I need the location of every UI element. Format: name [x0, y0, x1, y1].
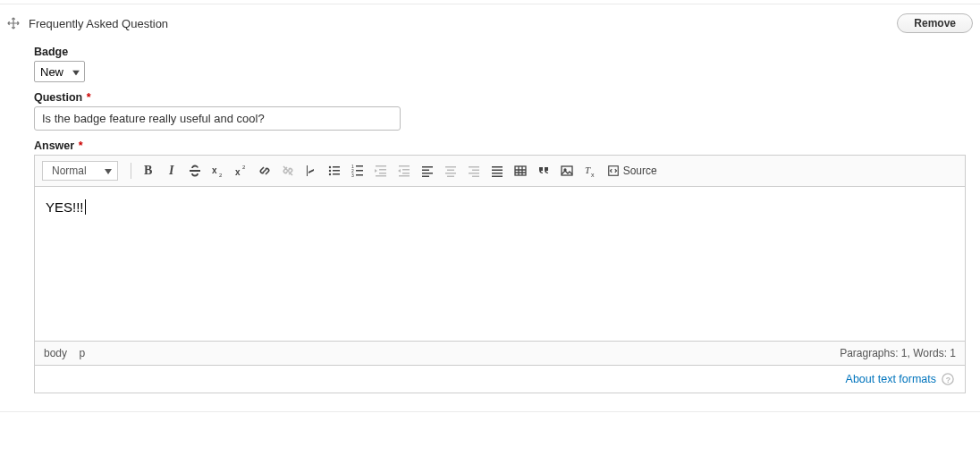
unlink-button[interactable]	[278, 161, 298, 181]
editor-word-count: Paragraphs: 1, Words: 1	[840, 347, 956, 359]
svg-rect-36	[447, 176, 454, 178]
numbered-list-button[interactable]: 123	[348, 161, 368, 181]
rich-text-editor: Normal B I x2 x2	[34, 155, 966, 366]
bold-button[interactable]: B	[139, 161, 158, 181]
svg-text:T: T	[585, 165, 591, 175]
svg-rect-11	[333, 170, 340, 172]
svg-text:x: x	[212, 165, 217, 175]
svg-rect-16	[356, 165, 363, 167]
remove-format-button[interactable]: Tx	[580, 161, 600, 181]
path-body[interactable]: body	[44, 347, 67, 359]
svg-rect-43	[492, 173, 503, 174]
svg-rect-38	[472, 170, 479, 172]
svg-point-9	[328, 173, 330, 175]
editor-content-text: YES!!!	[46, 199, 84, 215]
editor-toolbar: Normal B I x2 x2	[35, 156, 965, 187]
path-p[interactable]: p	[79, 347, 85, 359]
question-field: Question *	[34, 91, 967, 131]
svg-rect-31	[422, 173, 433, 174]
svg-rect-34	[447, 170, 454, 172]
required-marker: *	[79, 139, 83, 152]
svg-rect-22	[376, 175, 386, 177]
blockquote-button[interactable]	[534, 161, 553, 181]
table-button[interactable]	[511, 161, 530, 181]
svg-rect-20	[379, 169, 386, 171]
svg-rect-18	[356, 174, 363, 176]
align-justify-button[interactable]	[487, 161, 507, 181]
toolbar-separator	[131, 163, 131, 179]
editor-element-path[interactable]: body p	[44, 347, 94, 359]
badge-label: Badge	[34, 46, 967, 58]
svg-text:3: 3	[351, 173, 354, 178]
svg-rect-29	[422, 166, 433, 168]
editor-status-bar: body p Paragraphs: 1, Words: 1	[35, 341, 965, 365]
source-button-label: Source	[623, 165, 657, 177]
link-button[interactable]	[255, 161, 275, 181]
svg-text:2: 2	[242, 165, 246, 170]
svg-text:x: x	[591, 172, 595, 178]
answer-field: Answer * Normal B I	[34, 139, 967, 393]
question-input[interactable]	[34, 106, 401, 131]
svg-rect-24	[399, 165, 410, 167]
align-right-button[interactable]	[464, 161, 484, 181]
editor-content-area[interactable]: YES!!!	[35, 187, 965, 341]
format-combo-label: Normal	[52, 165, 87, 177]
help-icon[interactable]: ?	[942, 373, 954, 385]
image-button[interactable]	[557, 161, 577, 181]
about-text-formats-link[interactable]: About text formats	[846, 373, 936, 385]
svg-rect-6	[307, 165, 308, 176]
question-label-text: Question	[34, 91, 82, 104]
svg-rect-45	[515, 166, 526, 175]
svg-rect-33	[445, 166, 456, 168]
svg-text:?: ?	[946, 376, 950, 384]
text-cursor	[85, 199, 86, 215]
section-header: Frequently Asked Question Remove	[7, 4, 973, 38]
format-combo[interactable]: Normal	[42, 161, 118, 181]
svg-rect-46	[562, 166, 572, 175]
svg-rect-19	[376, 165, 386, 167]
svg-marker-23	[375, 169, 377, 173]
required-marker: *	[87, 91, 91, 104]
svg-point-7	[328, 166, 330, 168]
italic-button[interactable]: I	[162, 161, 182, 181]
chevron-down-icon	[105, 165, 112, 177]
svg-marker-28	[398, 169, 401, 173]
strikethrough-button[interactable]	[185, 161, 205, 181]
svg-point-8	[328, 170, 330, 172]
svg-rect-41	[492, 166, 503, 168]
svg-rect-32	[422, 176, 429, 178]
svg-rect-44	[492, 176, 503, 178]
svg-rect-40	[472, 176, 479, 178]
svg-rect-42	[492, 170, 503, 172]
badge-field: Badge New	[34, 46, 967, 82]
svg-rect-27	[399, 175, 410, 177]
text-format-bar: About text formats ?	[34, 366, 966, 393]
outdent-button[interactable]	[371, 161, 391, 181]
answer-label-text: Answer	[34, 139, 74, 152]
svg-rect-10	[333, 166, 340, 168]
superscript-button[interactable]: x2	[232, 161, 251, 181]
svg-rect-37	[469, 166, 479, 168]
align-left-button[interactable]	[418, 161, 437, 181]
bulleted-list-button[interactable]	[325, 161, 344, 181]
svg-rect-21	[379, 173, 386, 174]
svg-text:x: x	[235, 167, 241, 177]
svg-rect-30	[422, 170, 429, 172]
svg-rect-17	[356, 170, 363, 172]
indent-button[interactable]	[394, 161, 414, 181]
anchor-button[interactable]	[301, 161, 321, 181]
svg-rect-35	[445, 173, 456, 174]
question-label: Question *	[34, 91, 967, 104]
remove-button[interactable]: Remove	[897, 13, 973, 33]
subscript-button[interactable]: x2	[208, 161, 228, 181]
align-center-button[interactable]	[441, 161, 460, 181]
section-title: Frequently Asked Question	[29, 17, 168, 30]
svg-rect-39	[469, 173, 479, 174]
svg-text:2: 2	[219, 173, 223, 178]
svg-rect-26	[402, 173, 410, 174]
move-icon[interactable]	[7, 17, 20, 30]
answer-label: Answer *	[34, 139, 967, 152]
badge-select[interactable]: New	[34, 61, 85, 82]
source-button[interactable]: Source	[604, 162, 661, 180]
svg-rect-12	[333, 173, 340, 175]
